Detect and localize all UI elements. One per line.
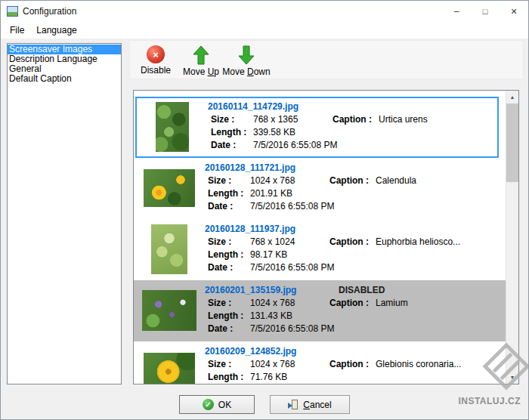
size-label: Size : [208, 114, 251, 125]
move-up-label: Move Up [183, 66, 219, 77]
scroll-up-icon: ▲ [510, 94, 515, 100]
caption-value: Urtica urens [376, 114, 497, 125]
length-label: Length : [208, 127, 251, 137]
image-thumbnail [134, 162, 205, 214]
caption-value: Euphorbia heliosco... [373, 236, 506, 247]
minimize-icon: – [454, 6, 459, 17]
size-value: 1024 x 768 [248, 298, 326, 308]
size-label: Size : [205, 298, 248, 308]
ok-button[interactable]: ✓ OK [179, 395, 255, 414]
caption-label: Caption : [326, 175, 373, 186]
length-value: 339.58 KB [251, 127, 329, 137]
category-listbox: Screensaver Images Description Language … [7, 43, 122, 384]
length-label: Length : [205, 310, 248, 321]
caption-label: Caption : [326, 359, 373, 369]
length-label: Length : [205, 249, 248, 260]
caption-label: Caption : [326, 236, 373, 247]
move-down-button[interactable]: Move Down [225, 43, 268, 78]
image-thumbnail [134, 346, 205, 384]
size-value: 768 x 1365 [251, 114, 329, 125]
content-area: Screensaver Images Description Language … [1, 39, 528, 419]
disable-button[interactable]: × Disable [135, 43, 177, 76]
ok-label: OK [218, 400, 231, 410]
caption-value: Lamium [373, 298, 506, 308]
move-up-button[interactable]: Move Up [180, 43, 222, 78]
menu-language[interactable]: Language [30, 23, 82, 38]
window-controls: – □ × [442, 1, 528, 22]
date-value: 7/5/2016 6:55:08 PM [248, 323, 326, 334]
image-list-item[interactable]: 20160209_124852.jpg Size : 1024 x 768 Ca… [134, 341, 506, 384]
cancel-label: Cancel [303, 400, 331, 410]
image-thumbnail [137, 101, 208, 153]
image-thumbnail [134, 285, 205, 336]
menu-bar: File Language [1, 22, 528, 39]
size-label: Size : [205, 175, 248, 186]
watermark-text: INSTALUJ.CZ [458, 396, 521, 406]
move-up-icon [193, 45, 209, 65]
caption-label: Caption : [329, 114, 376, 125]
disable-label: Disable [141, 65, 171, 76]
image-filename: 20160128_111937.jpg [205, 224, 326, 234]
scroll-up-button[interactable]: ▲ [506, 91, 518, 103]
caption-label: Caption : [326, 298, 373, 308]
image-filename: 20160128_111721.jpg [205, 162, 326, 173]
length-value: 201.91 KB [248, 188, 326, 199]
image-filename: 20160114_114729.jpg [208, 101, 329, 112]
cancel-button[interactable]: Cancel [270, 395, 350, 414]
disabled-badge: DISABLED [326, 285, 506, 295]
watermark-logo [482, 342, 529, 391]
image-list-item-disabled[interactable]: 20160201_135159.jpg DISABLED Size : 1024… [134, 280, 506, 341]
image-thumbnail [134, 224, 205, 275]
length-value: 98.17 KB [248, 249, 326, 260]
vertical-scrollbar[interactable]: ▲ ▼ [506, 91, 518, 384]
size-label: Size : [205, 236, 248, 247]
disable-icon: × [147, 45, 165, 63]
date-label: Date : [208, 140, 251, 150]
sidebar-item-default-caption[interactable]: Default Caption [8, 74, 121, 84]
image-list: 20160114_114729.jpg Size : 768 x 1365 Ca… [133, 90, 519, 384]
minimize-button[interactable]: – [442, 1, 471, 22]
configuration-window: Configuration – □ × File Language Screen… [0, 0, 529, 420]
move-down-icon [238, 45, 255, 65]
date-label: Date : [205, 323, 248, 334]
size-value: 768 x 1024 [248, 236, 326, 247]
image-rows: 20160114_114729.jpg Size : 768 x 1365 Ca… [134, 91, 506, 384]
dialog-footer: ✓ OK Cancel [1, 395, 528, 415]
image-list-item[interactable]: 20160128_111721.jpg Size : 1024 x 768 Ca… [134, 158, 506, 219]
window-title: Configuration [23, 6, 76, 17]
maximize-button[interactable]: □ [471, 1, 500, 22]
move-down-label: Move Down [222, 66, 270, 77]
date-value: 7/5/2016 6:55:08 PM [248, 262, 326, 273]
image-list-item[interactable]: 20160114_114729.jpg Size : 768 x 1365 Ca… [135, 97, 499, 158]
date-label: Date : [205, 201, 248, 212]
image-filename: 20160209_124852.jpg [205, 346, 326, 357]
scrollbar-thumb[interactable] [506, 103, 518, 182]
menu-file[interactable]: File [4, 23, 30, 38]
image-toolbar: × Disable Move Up Move Down [129, 40, 524, 79]
title-bar[interactable]: Configuration – □ × [1, 1, 528, 22]
length-label: Length : [205, 188, 248, 199]
image-filename: 20160201_135159.jpg [205, 285, 326, 295]
close-icon: × [511, 5, 517, 17]
size-label: Size : [205, 359, 248, 369]
caption-value: Calendula [373, 175, 506, 186]
date-label: Date : [205, 262, 248, 273]
date-value: 7/5/2016 6:55:08 PM [251, 140, 329, 150]
length-value: 131.43 KB [248, 310, 326, 321]
length-label: Length : [205, 372, 248, 382]
length-value: 71.76 KB [248, 372, 326, 382]
date-value: 7/5/2016 6:55:08 PM [248, 201, 326, 212]
size-value: 1024 x 768 [248, 359, 326, 369]
cancel-icon [288, 399, 299, 410]
close-button[interactable]: × [500, 1, 528, 22]
image-list-item[interactable]: 20160128_111937.jpg Size : 768 x 1024 Ca… [134, 219, 506, 280]
ok-icon: ✓ [203, 399, 214, 410]
size-value: 1024 x 768 [248, 175, 326, 186]
maximize-icon: □ [483, 7, 488, 16]
app-icon [7, 6, 18, 17]
